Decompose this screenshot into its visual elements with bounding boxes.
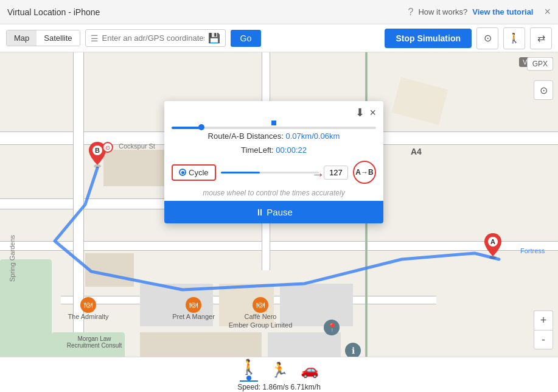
time-left-label: TimeLeft: (241, 145, 274, 155)
info-icon-ember: 📍 (324, 320, 340, 335)
cycle-button[interactable]: Cycle (172, 164, 216, 181)
speed-value-display: 127 (324, 166, 348, 180)
address-bar: ☰ 💾 (85, 29, 226, 47)
speed-icons-row: 🚶 🏃 🚗 (240, 359, 319, 382)
popup-close-icon[interactable]: × (369, 107, 376, 119)
speed-arrow: → (312, 167, 325, 183)
popup-header-icons: ⬇ × (355, 106, 376, 119)
speed-car-icon[interactable]: 🚗 (301, 362, 319, 379)
marker-a: A (482, 232, 504, 262)
target-toolbar-icon[interactable]: ⊙ (476, 27, 498, 49)
speed-run-icon[interactable]: 🏃 (270, 362, 288, 379)
speed-slider-container: → (221, 172, 319, 173)
go-button[interactable]: Go (231, 30, 262, 47)
menu-icon: ☰ (91, 33, 99, 43)
popup-card: ⬇ × Route/A-B Distances: 0.07km/0.06km T… (164, 101, 383, 223)
place-icon-admiralty: 🍽 (80, 297, 96, 313)
street-label-fortress: Fortress (520, 247, 545, 254)
speed-walk-icon[interactable]: 🚶 (240, 359, 258, 382)
cycle-radio (179, 169, 186, 176)
mouse-hint: mouse wheel to control the times accurat… (164, 187, 383, 201)
place-label-ember: Ember Group Limited (229, 321, 293, 329)
street-label-spring: Spring Gardens (9, 235, 16, 282)
svg-text:A: A (490, 238, 495, 245)
pause-button[interactable]: ⏸ Pause (164, 201, 383, 223)
title-bar-right: ? How it works? View the tutorial × (408, 5, 551, 18)
popup-controls: Cycle → 127 A→B (164, 157, 383, 187)
cycle-label: Cycle (189, 168, 209, 177)
speed-text: Speed: 1.86m/s 6.71km/h (237, 383, 321, 391)
save-icon[interactable]: 💾 (208, 32, 220, 44)
place-label-nero: Caffè Nero (245, 313, 277, 320)
map-button[interactable]: Map (7, 30, 37, 46)
distance-value: 0.07km/0.06km (286, 131, 340, 141)
popup-progress (164, 119, 383, 129)
how-it-works-text: How it works? (418, 7, 467, 16)
popup-info: Route/A-B Distances: 0.07km/0.06km (164, 129, 383, 143)
street-label-cockspur: Cockspur St (119, 142, 155, 150)
satellite-button[interactable]: Satellite (37, 30, 79, 46)
ab-direction-button[interactable]: A→B (353, 161, 376, 184)
gpx-button[interactable]: GPX (527, 57, 553, 71)
progress-fill (172, 127, 202, 129)
speed-bar: 🚶 🏃 🚗 Speed: 1.86m/s 6.71km/h (0, 357, 558, 392)
popup-download-icon[interactable]: ⬇ (355, 106, 364, 119)
app-title: Virtual Location - iPhone (7, 7, 100, 17)
popup-time-info: TimeLeft: 00:00:22 (164, 143, 383, 157)
zoom-out-button[interactable]: - (534, 330, 553, 349)
place-label-admiralty: The Admiralty (68, 313, 108, 320)
speed-slider-fill (221, 172, 260, 173)
help-icon: ? (408, 7, 413, 18)
zoom-in-button[interactable]: + (534, 310, 553, 330)
speed-slider-track (221, 172, 319, 173)
stop-simulation-button[interactable]: Stop Simulation (385, 29, 472, 48)
share-toolbar-icon[interactable]: ⇄ (530, 27, 552, 49)
b-target-icon: ⊙ (102, 142, 113, 153)
place-icon-nero: 🍽 (253, 297, 268, 313)
target-map-button[interactable]: ⊙ (534, 80, 553, 100)
map-area[interactable]: B ⊙ A Cockspur St A↗ A4 Spring Gardens F… (0, 52, 558, 392)
address-input[interactable] (102, 33, 204, 43)
close-button[interactable]: × (544, 5, 551, 18)
street-label-a4: A4 (411, 147, 422, 156)
place-label-morgan: Morgan LawRecruitment Consult (67, 335, 122, 349)
place-icon-pret: 🍽 (186, 297, 201, 313)
svg-text:B: B (95, 147, 100, 154)
progress-track (172, 127, 376, 129)
place-label-pret: Pret A Manger (172, 313, 215, 320)
park1 (0, 259, 52, 369)
walk-toolbar-icon[interactable]: 🚶 (503, 27, 525, 49)
time-left-value: 00:00:22 (276, 145, 307, 155)
distance-label: Route/A-B Distances: (208, 131, 284, 141)
title-bar: Virtual Location - iPhone ? How it works… (0, 0, 558, 24)
marker-b: B ⊙ (86, 141, 108, 171)
building5 (280, 284, 353, 326)
map-satellite-toggle: Map Satellite (6, 30, 80, 46)
building1 (103, 150, 164, 186)
popup-header: ⬇ × (164, 101, 383, 119)
walk-indicator-dot (246, 376, 251, 380)
building2 (85, 253, 134, 287)
toolbar: Map Satellite ☰ 💾 Go Stop Simulation ⊙ 🚶… (0, 24, 558, 52)
tutorial-link[interactable]: View the tutorial (472, 7, 533, 16)
zoom-controls: + - (534, 310, 553, 349)
